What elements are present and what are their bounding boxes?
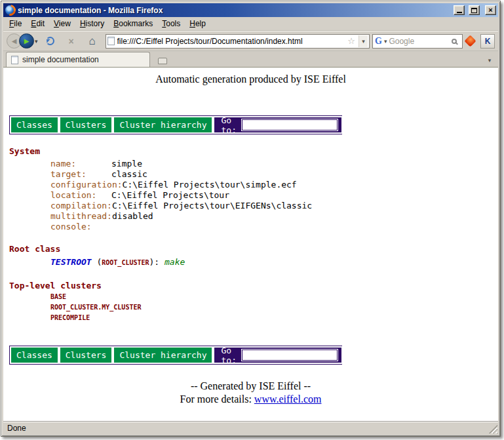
home-button[interactable]: ⌂ (85, 33, 100, 49)
goto-section: Go to: (213, 346, 342, 364)
page-favicon (107, 37, 115, 45)
addon-icon-k[interactable]: K (480, 34, 495, 49)
doc-navbar-bottom: Classes Clusters Cluster hierarchy Go to… (9, 346, 342, 365)
system-key: console: (50, 222, 111, 231)
minimize-icon (457, 12, 462, 13)
status-bar: Done (3, 422, 498, 434)
menu-item-history[interactable]: History (75, 18, 109, 30)
close-button[interactable]: × (485, 5, 496, 15)
system-key: multithread: (50, 211, 112, 221)
history-dropdown-icon[interactable]: ▾ (34, 38, 40, 45)
system-rows: name:simple target:classic configuration… (50, 159, 498, 232)
google-logo-icon: G (375, 36, 382, 47)
cluster-list: BASE ROOT_CLUSTER.MY_CLUSTER PRECOMPILE (50, 293, 498, 325)
goto-label: Go to: (221, 346, 236, 365)
doc-navbar-top: Classes Clusters Cluster hierarchy Go to… (9, 115, 342, 134)
cluster-link-precompile[interactable]: PRECOMPILE (50, 314, 498, 325)
cluster-link-root-cluster-my-cluster[interactable]: ROOT_CLUSTER.MY_CLUSTER (50, 304, 498, 314)
root-feature-link[interactable]: make (165, 257, 185, 267)
menu-item-help[interactable]: Help (185, 18, 210, 30)
menu-item-bookmarks[interactable]: Bookmarks (109, 18, 157, 30)
clusters-heading: Top-level clusters (9, 281, 498, 290)
root-class-heading: Root class (9, 244, 498, 254)
root-paren-open: ( (92, 257, 102, 267)
tab-favicon (11, 56, 18, 64)
goto-label: Go to: (221, 115, 236, 135)
system-key: name: (50, 159, 111, 169)
minimize-button[interactable] (454, 5, 465, 15)
system-value: disabled (112, 211, 153, 221)
system-key: location: (50, 190, 111, 200)
details-line: For more details: www.eiffel.com (3, 393, 498, 405)
stop-button[interactable]: × (64, 33, 79, 49)
firefox-icon (5, 5, 15, 15)
details-prefix: For more details: (180, 393, 254, 405)
window-title: simple documentation - Mozilla Firefox (18, 6, 450, 15)
system-row: console: (50, 222, 498, 232)
search-icon[interactable] (452, 39, 457, 44)
stop-icon: × (68, 36, 73, 47)
classes-button[interactable]: Classes (10, 346, 59, 364)
tab-label: simple documentation (22, 55, 99, 64)
system-key: configuration: (50, 180, 123, 190)
maximize-button[interactable] (469, 5, 480, 15)
url-dropdown-button[interactable]: ▾ (359, 35, 368, 47)
system-key: compilation: (50, 201, 112, 210)
window-titlebar[interactable]: simple documentation - Mozilla Firefox × (3, 3, 498, 17)
menu-item-tools[interactable]: Tools (157, 18, 185, 30)
eiffel-link[interactable]: www.eiffel.com (254, 393, 322, 405)
system-value: simple (111, 159, 142, 169)
clusters-button[interactable]: Clusters (59, 346, 113, 364)
page-title: Automatic generation produced by ISE Eif… (3, 73, 498, 85)
menu-item-view[interactable]: View (49, 18, 75, 30)
navigation-toolbar: ◀ ▶ ▾ × ⌂ ☆ ▾ G ▾ K (3, 31, 498, 51)
classes-button[interactable]: Classes (10, 116, 59, 134)
system-value: C:\Eiffel Projects\tour\simple.ecf (123, 180, 297, 190)
home-icon: ⌂ (88, 35, 95, 48)
menu-item-file[interactable]: File (5, 18, 26, 30)
url-input[interactable] (117, 37, 345, 46)
maximize-icon (471, 8, 477, 13)
cluster-hierarchy-button[interactable]: Cluster hierarchy (113, 116, 213, 134)
system-row: multithread:disabled (50, 211, 498, 222)
status-text: Done (7, 424, 26, 433)
reload-button[interactable] (43, 33, 58, 49)
cluster-link-base[interactable]: BASE (50, 293, 498, 304)
tab-strip: simple documentation ▾ (3, 51, 498, 68)
search-engine-dropdown-icon[interactable]: ▾ (384, 38, 387, 45)
system-value: C:\Eiffel Projects\tour (111, 190, 229, 200)
system-value: classic (111, 169, 147, 179)
root-paren-close: ): (149, 257, 165, 267)
system-row: location:C:\Eiffel Projects\tour (50, 190, 498, 201)
tab-list-dropdown[interactable]: ▾ (484, 54, 495, 67)
new-tab-icon (158, 58, 167, 64)
forward-button[interactable]: ▶ (19, 33, 34, 49)
menubar: File Edit View History Bookmarks Tools H… (3, 17, 498, 31)
addon-icon-red[interactable] (464, 35, 476, 47)
cluster-hierarchy-button[interactable]: Cluster hierarchy (113, 346, 213, 364)
page-content: Automatic generation produced by ISE Eif… (3, 68, 498, 422)
goto-input[interactable] (242, 119, 338, 130)
menu-item-edit[interactable]: Edit (26, 18, 49, 30)
resize-grip[interactable] (489, 425, 497, 433)
generated-line: -- Generated by ISE Eiffel -- (3, 380, 498, 392)
screen: simple documentation - Mozilla Firefox ×… (0, 0, 504, 440)
reload-icon (46, 37, 54, 45)
search-box: G ▾ (372, 34, 463, 49)
root-class-line: TESTROOT (ROOT_CLUSTER): make (50, 257, 498, 269)
tab-simple-documentation[interactable]: simple documentation (6, 52, 150, 67)
search-input[interactable] (389, 37, 450, 46)
root-class-link[interactable]: TESTROOT (50, 257, 92, 267)
goto-input[interactable] (242, 350, 338, 361)
system-key: target: (50, 169, 111, 179)
bookmark-star-icon[interactable]: ☆ (347, 36, 356, 46)
system-row: target:classic (50, 169, 498, 180)
system-row: name:simple (50, 159, 498, 169)
system-row: configuration:C:\Eiffel Projects\tour\si… (50, 180, 498, 190)
goto-section: Go to: (213, 116, 342, 134)
new-tab-button[interactable] (154, 54, 171, 67)
system-heading: System (9, 146, 498, 156)
root-cluster-name: ROOT_CLUSTER (102, 259, 149, 266)
clusters-button[interactable]: Clusters (59, 116, 113, 134)
url-bar: ☆ ▾ (106, 34, 370, 49)
